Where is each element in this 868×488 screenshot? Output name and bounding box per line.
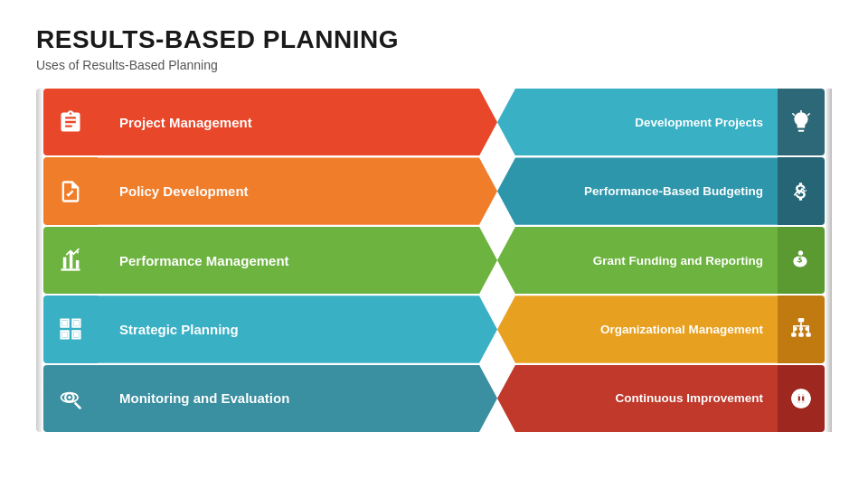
right-arrow-performance-budgeting: Performance-Based Budgeting bbox=[497, 157, 778, 224]
left-icons-column bbox=[43, 89, 98, 432]
right-icon-3 bbox=[778, 227, 825, 294]
diagram: Project Management Policy Development Pe… bbox=[36, 89, 832, 432]
arrow-label-1: Project Management bbox=[98, 115, 252, 130]
search-eye-icon bbox=[58, 386, 83, 411]
right-label-4: Organizational Management bbox=[600, 323, 763, 336]
arrow-row-5: Monitoring and Evaluation bbox=[98, 365, 497, 432]
org-chart-icon bbox=[789, 317, 813, 341]
svg-line-9 bbox=[808, 114, 810, 116]
arrow-row-3: Performance Management bbox=[98, 227, 497, 294]
svg-line-10 bbox=[793, 114, 795, 116]
arrow-project-management: Project Management bbox=[98, 89, 497, 155]
right-arrow-development-projects: Development Projects bbox=[497, 89, 778, 155]
arrow-label-3: Performance Management bbox=[98, 253, 289, 268]
page-container: RESULTS-BASED PLANNING Uses of Results-B… bbox=[0, 0, 868, 488]
right-icon-5 bbox=[778, 365, 825, 432]
continuous-improvement-icon bbox=[789, 387, 813, 410]
right-arrow-row-2: Performance-Based Budgeting bbox=[497, 157, 778, 224]
right-arrow-row-1: Development Projects bbox=[497, 89, 778, 155]
clipboard-icon bbox=[58, 109, 83, 135]
right-arrow-continuous-improvement: Continuous Improvement bbox=[497, 365, 778, 432]
svg-point-6 bbox=[68, 396, 71, 399]
right-arrow-organizational-management: Organizational Management bbox=[497, 296, 778, 362]
svg-point-17 bbox=[799, 327, 803, 331]
right-icon-1 bbox=[778, 89, 825, 155]
right-label-5: Continuous Improvement bbox=[615, 391, 763, 405]
arrow-strategic-planning: Strategic Planning bbox=[98, 296, 497, 362]
icon-monitoring-evaluation bbox=[43, 365, 98, 432]
arrow-label-2: Policy Development bbox=[98, 183, 249, 199]
right-arrow-row-3: Grant Funding and Reporting bbox=[497, 227, 778, 294]
svg-rect-12 bbox=[798, 319, 805, 323]
money-chart-icon bbox=[789, 180, 813, 203]
right-arrow-row-4: Organizational Management bbox=[497, 296, 778, 362]
svg-rect-15 bbox=[806, 333, 810, 337]
icon-policy-development bbox=[43, 157, 98, 224]
svg-rect-13 bbox=[791, 333, 796, 337]
svg-rect-3 bbox=[74, 321, 80, 326]
right-label-2: Performance-Based Budgeting bbox=[584, 184, 763, 198]
svg-rect-2 bbox=[62, 333, 68, 338]
shadow-left bbox=[36, 89, 43, 432]
arrow-policy-development: Policy Development bbox=[98, 157, 497, 224]
arrow-label-5: Monitoring and Evaluation bbox=[98, 390, 289, 406]
right-icon-4 bbox=[778, 296, 825, 362]
page-title: RESULTS-BASED PLANNING bbox=[36, 25, 832, 54]
document-check-icon bbox=[58, 179, 83, 204]
arrow-row-1: Project Management bbox=[98, 89, 497, 155]
shadow-right bbox=[825, 89, 832, 432]
right-label-3: Grant Funding and Reporting bbox=[593, 254, 763, 267]
arrow-performance-management: Performance Management bbox=[98, 227, 497, 294]
svg-rect-4 bbox=[74, 333, 80, 338]
svg-rect-14 bbox=[798, 333, 803, 337]
arrow-row-2: Policy Development bbox=[98, 157, 497, 224]
icon-project-management bbox=[43, 89, 98, 155]
money-bag-icon bbox=[789, 249, 813, 272]
arrow-monitoring-evaluation: Monitoring and Evaluation bbox=[98, 365, 497, 432]
arrow-label-4: Strategic Planning bbox=[98, 322, 239, 337]
right-arrow-row-5: Continuous Improvement bbox=[497, 365, 778, 432]
svg-point-16 bbox=[793, 327, 797, 331]
svg-rect-1 bbox=[62, 321, 68, 326]
lightbulb-icon bbox=[789, 110, 813, 134]
icon-performance-management bbox=[43, 227, 98, 294]
arrow-row-4: Strategic Planning bbox=[98, 296, 497, 362]
right-icons-column bbox=[778, 89, 825, 432]
svg-point-18 bbox=[805, 327, 808, 331]
page-subtitle: Uses of Results-Based Planning bbox=[36, 58, 832, 72]
icon-strategic-planning bbox=[43, 296, 98, 362]
right-arrow-grant-funding: Grant Funding and Reporting bbox=[497, 227, 778, 294]
bar-chart-icon bbox=[58, 248, 83, 273]
right-label-1: Development Projects bbox=[635, 116, 763, 129]
right-arrows-column: Development Projects Performance-Based B… bbox=[497, 89, 778, 432]
left-arrows-column: Project Management Policy Development Pe… bbox=[98, 89, 497, 432]
planning-grid-icon bbox=[58, 316, 83, 342]
right-icon-2 bbox=[778, 157, 825, 224]
